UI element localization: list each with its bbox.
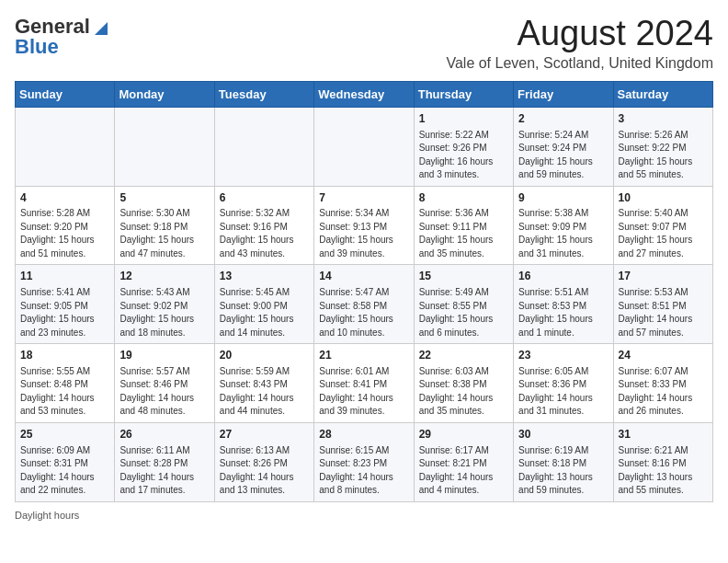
day-info: Sunrise: 6:13 AM Sunset: 8:26 PM Dayligh… — [220, 444, 309, 498]
calendar-cell: 16Sunrise: 5:51 AM Sunset: 8:53 PM Dayli… — [514, 265, 613, 344]
calendar-cell: 30Sunrise: 6:19 AM Sunset: 8:18 PM Dayli… — [514, 422, 613, 501]
calendar-cell: 8Sunrise: 5:36 AM Sunset: 9:11 PM Daylig… — [414, 186, 513, 265]
day-info: Sunrise: 5:24 AM Sunset: 9:24 PM Dayligh… — [518, 129, 608, 182]
header-day-friday: Friday — [514, 81, 613, 107]
day-info: Sunrise: 6:03 AM Sunset: 8:38 PM Dayligh… — [419, 365, 508, 419]
day-number: 30 — [518, 427, 608, 442]
day-number: 16 — [518, 269, 608, 284]
day-info: Sunrise: 5:59 AM Sunset: 8:43 PM Dayligh… — [220, 365, 309, 419]
calendar-cell: 28Sunrise: 6:15 AM Sunset: 8:23 PM Dayli… — [314, 422, 414, 501]
day-number: 13 — [220, 269, 309, 284]
calendar-cell: 14Sunrise: 5:47 AM Sunset: 8:58 PM Dayli… — [314, 265, 414, 344]
title-area: August 2024 Vale of Leven, Scotland, Uni… — [446, 15, 713, 72]
day-info: Sunrise: 5:49 AM Sunset: 8:55 PM Dayligh… — [419, 286, 508, 339]
calendar-week-row: 25Sunrise: 6:09 AM Sunset: 8:31 PM Dayli… — [16, 422, 713, 501]
day-info: Sunrise: 5:22 AM Sunset: 9:26 PM Dayligh… — [419, 129, 508, 182]
day-number: 9 — [518, 190, 608, 206]
day-info: Sunrise: 5:34 AM Sunset: 9:13 PM Dayligh… — [319, 207, 408, 260]
calendar-cell: 18Sunrise: 5:55 AM Sunset: 8:48 PM Dayli… — [16, 344, 115, 423]
day-number: 7 — [319, 190, 408, 206]
day-info: Sunrise: 5:28 AM Sunset: 9:20 PM Dayligh… — [20, 207, 109, 260]
calendar-cell: 27Sunrise: 6:13 AM Sunset: 8:26 PM Dayli… — [214, 422, 313, 501]
calendar-cell: 9Sunrise: 5:38 AM Sunset: 9:09 PM Daylig… — [514, 186, 613, 265]
day-info: Sunrise: 5:45 AM Sunset: 9:00 PM Dayligh… — [220, 286, 309, 339]
day-number: 5 — [119, 190, 209, 206]
calendar-cell — [214, 107, 313, 186]
calendar-header-row: SundayMondayTuesdayWednesdayThursdayFrid… — [16, 81, 713, 107]
day-info: Sunrise: 5:55 AM Sunset: 8:48 PM Dayligh… — [20, 365, 109, 419]
calendar-cell: 12Sunrise: 5:43 AM Sunset: 9:02 PM Dayli… — [115, 265, 214, 344]
day-info: Sunrise: 5:51 AM Sunset: 8:53 PM Dayligh… — [518, 286, 608, 339]
day-info: Sunrise: 5:26 AM Sunset: 9:22 PM Dayligh… — [619, 129, 708, 182]
day-number: 15 — [419, 269, 508, 284]
calendar-table: SundayMondayTuesdayWednesdayThursdayFrid… — [15, 81, 713, 502]
day-info: Sunrise: 6:17 AM Sunset: 8:21 PM Dayligh… — [419, 444, 508, 498]
calendar-cell: 23Sunrise: 6:05 AM Sunset: 8:36 PM Dayli… — [514, 344, 613, 423]
calendar-cell: 3Sunrise: 5:26 AM Sunset: 9:22 PM Daylig… — [613, 107, 712, 186]
header: General Blue August 2024 Vale of Leven, … — [15, 15, 713, 72]
calendar-cell: 29Sunrise: 6:17 AM Sunset: 8:21 PM Dayli… — [414, 422, 513, 501]
day-info: Sunrise: 6:19 AM Sunset: 8:18 PM Dayligh… — [518, 444, 608, 498]
day-info: Sunrise: 6:11 AM Sunset: 8:28 PM Dayligh… — [119, 444, 209, 498]
day-number: 22 — [419, 348, 508, 363]
calendar-cell: 4Sunrise: 5:28 AM Sunset: 9:20 PM Daylig… — [16, 186, 115, 265]
day-number: 29 — [419, 427, 508, 442]
header-day-tuesday: Tuesday — [214, 81, 313, 107]
calendar-week-row: 18Sunrise: 5:55 AM Sunset: 8:48 PM Dayli… — [16, 344, 713, 423]
day-info: Sunrise: 5:32 AM Sunset: 9:16 PM Dayligh… — [220, 207, 309, 260]
day-info: Sunrise: 6:15 AM Sunset: 8:23 PM Dayligh… — [319, 444, 408, 498]
calendar-cell: 2Sunrise: 5:24 AM Sunset: 9:24 PM Daylig… — [514, 107, 613, 186]
day-number: 25 — [20, 427, 109, 442]
calendar-cell: 19Sunrise: 5:57 AM Sunset: 8:46 PM Dayli… — [115, 344, 214, 423]
day-number: 28 — [319, 427, 408, 442]
day-info: Sunrise: 6:21 AM Sunset: 8:16 PM Dayligh… — [619, 444, 708, 498]
calendar-cell: 20Sunrise: 5:59 AM Sunset: 8:43 PM Dayli… — [214, 344, 313, 423]
day-number: 26 — [119, 427, 209, 442]
day-info: Sunrise: 6:01 AM Sunset: 8:41 PM Dayligh… — [319, 365, 408, 419]
calendar-cell: 25Sunrise: 6:09 AM Sunset: 8:31 PM Dayli… — [16, 422, 115, 501]
day-number: 14 — [319, 269, 408, 284]
day-info: Sunrise: 5:36 AM Sunset: 9:11 PM Dayligh… — [419, 207, 508, 260]
day-number: 4 — [20, 190, 109, 206]
calendar-cell: 26Sunrise: 6:11 AM Sunset: 8:28 PM Dayli… — [115, 422, 214, 501]
calendar-cell — [16, 107, 115, 186]
day-number: 17 — [619, 269, 708, 284]
day-number: 20 — [220, 348, 309, 363]
day-number: 24 — [619, 348, 708, 363]
calendar-cell: 21Sunrise: 6:01 AM Sunset: 8:41 PM Dayli… — [314, 344, 414, 423]
main-title: August 2024 — [446, 15, 713, 53]
day-info: Sunrise: 5:40 AM Sunset: 9:07 PM Dayligh… — [619, 207, 708, 260]
day-info: Sunrise: 5:57 AM Sunset: 8:46 PM Dayligh… — [119, 365, 209, 419]
calendar-week-row: 4Sunrise: 5:28 AM Sunset: 9:20 PM Daylig… — [16, 186, 713, 265]
day-number: 12 — [119, 269, 209, 284]
day-info: Sunrise: 5:47 AM Sunset: 8:58 PM Dayligh… — [319, 286, 408, 339]
logo-triangle-icon — [91, 18, 108, 35]
header-day-thursday: Thursday — [414, 81, 513, 107]
day-number: 19 — [119, 348, 209, 363]
calendar-cell: 6Sunrise: 5:32 AM Sunset: 9:16 PM Daylig… — [214, 186, 313, 265]
day-info: Sunrise: 6:07 AM Sunset: 8:33 PM Dayligh… — [619, 365, 708, 419]
day-info: Sunrise: 5:38 AM Sunset: 9:09 PM Dayligh… — [518, 207, 608, 260]
day-info: Sunrise: 5:53 AM Sunset: 8:51 PM Dayligh… — [619, 286, 708, 339]
day-number: 21 — [319, 348, 408, 363]
logo-blue: Blue — [15, 35, 59, 59]
header-day-sunday: Sunday — [16, 81, 115, 107]
calendar-cell: 11Sunrise: 5:41 AM Sunset: 9:05 PM Dayli… — [16, 265, 115, 344]
day-number: 3 — [619, 111, 708, 127]
day-info: Sunrise: 5:30 AM Sunset: 9:18 PM Dayligh… — [119, 207, 209, 260]
day-number: 10 — [619, 190, 708, 206]
day-number: 8 — [419, 190, 508, 206]
calendar-cell: 15Sunrise: 5:49 AM Sunset: 8:55 PM Dayli… — [414, 265, 513, 344]
day-number: 18 — [20, 348, 109, 363]
header-day-saturday: Saturday — [613, 81, 712, 107]
calendar-cell — [314, 107, 414, 186]
calendar-week-row: 1Sunrise: 5:22 AM Sunset: 9:26 PM Daylig… — [16, 107, 713, 186]
calendar-cell: 1Sunrise: 5:22 AM Sunset: 9:26 PM Daylig… — [414, 107, 513, 186]
day-number: 31 — [619, 427, 708, 442]
calendar-cell: 31Sunrise: 6:21 AM Sunset: 8:16 PM Dayli… — [613, 422, 712, 501]
calendar-cell: 5Sunrise: 5:30 AM Sunset: 9:18 PM Daylig… — [115, 186, 214, 265]
footer-note: Daylight hours — [15, 510, 713, 521]
calendar-cell: 22Sunrise: 6:03 AM Sunset: 8:38 PM Dayli… — [414, 344, 513, 423]
day-number: 6 — [220, 190, 309, 206]
logo-area: General Blue — [15, 15, 108, 59]
